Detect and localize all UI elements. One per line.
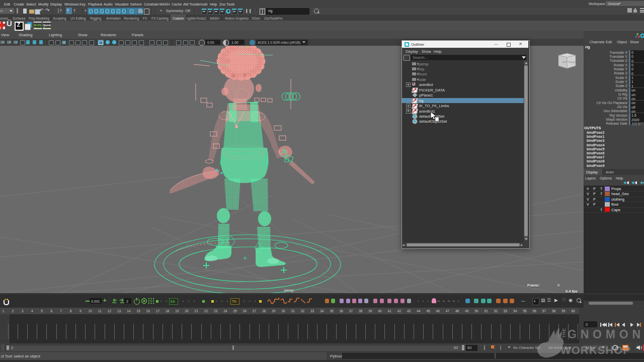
svg-text:LEFT: LEFT xyxy=(562,60,568,63)
svg-text:WORKSHOP: WORKSHOP xyxy=(560,344,631,356)
svg-text:GNOMON: GNOMON xyxy=(568,328,641,341)
svg-text:THE: THE xyxy=(561,328,567,338)
